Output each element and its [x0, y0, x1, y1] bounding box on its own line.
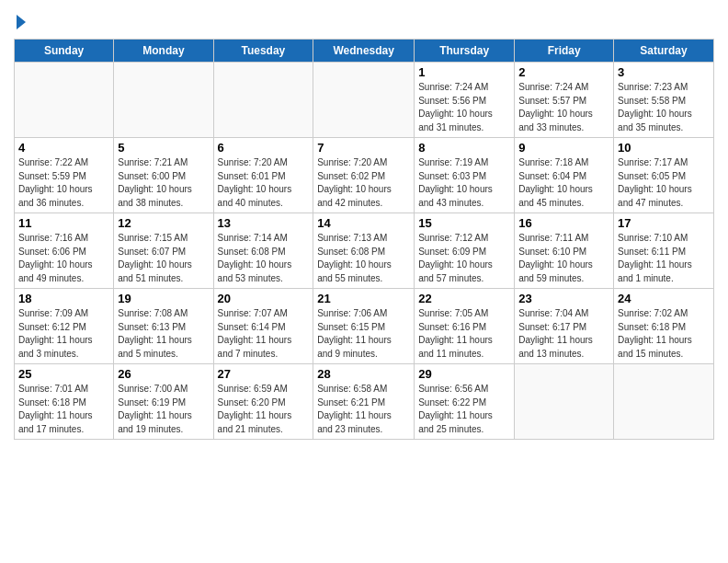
day-number: 26	[118, 367, 209, 381]
header-cell-wednesday: Wednesday	[313, 40, 415, 63]
day-info: Sunrise: 7:05 AM Sunset: 6:16 PM Dayligh…	[418, 307, 510, 361]
day-cell: 3Sunrise: 7:23 AM Sunset: 5:58 PM Daylig…	[614, 63, 714, 138]
day-number: 22	[418, 292, 510, 305]
week-row-5: 25Sunrise: 7:01 AM Sunset: 6:18 PM Dayli…	[15, 364, 714, 440]
day-info: Sunrise: 7:20 AM Sunset: 6:02 PM Dayligh…	[317, 156, 410, 210]
day-cell: 24Sunrise: 7:02 AM Sunset: 6:18 PM Dayli…	[614, 289, 714, 364]
day-cell: 10Sunrise: 7:17 AM Sunset: 6:05 PM Dayli…	[614, 138, 714, 213]
header-cell-friday: Friday	[515, 40, 614, 63]
day-cell: 14Sunrise: 7:13 AM Sunset: 6:08 PM Dayli…	[313, 213, 415, 289]
day-cell: 27Sunrise: 6:59 AM Sunset: 6:20 PM Dayli…	[213, 364, 313, 440]
day-number: 17	[618, 216, 710, 230]
week-row-2: 4Sunrise: 7:22 AM Sunset: 5:59 PM Daylig…	[15, 138, 714, 213]
calendar-body: 1Sunrise: 7:24 AM Sunset: 5:56 PM Daylig…	[15, 63, 714, 440]
day-cell: 6Sunrise: 7:20 AM Sunset: 6:01 PM Daylig…	[213, 138, 313, 213]
day-cell: 20Sunrise: 7:07 AM Sunset: 6:14 PM Dayli…	[213, 289, 313, 364]
day-number: 20	[218, 292, 310, 305]
day-number: 9	[518, 141, 609, 155]
day-number: 11	[18, 216, 109, 230]
day-info: Sunrise: 7:22 AM Sunset: 5:59 PM Dayligh…	[18, 156, 109, 210]
day-number: 4	[18, 141, 109, 155]
week-row-3: 11Sunrise: 7:16 AM Sunset: 6:06 PM Dayli…	[15, 213, 714, 289]
day-number: 27	[218, 367, 310, 381]
day-number: 7	[317, 141, 410, 155]
day-info: Sunrise: 7:24 AM Sunset: 5:57 PM Dayligh…	[518, 81, 609, 134]
day-number: 28	[317, 367, 410, 381]
day-info: Sunrise: 7:01 AM Sunset: 6:18 PM Dayligh…	[18, 383, 109, 436]
day-number: 13	[218, 216, 310, 230]
day-number: 1	[418, 65, 510, 79]
day-number: 5	[118, 141, 209, 155]
day-info: Sunrise: 7:14 AM Sunset: 6:08 PM Dayligh…	[218, 232, 310, 285]
day-cell: 5Sunrise: 7:21 AM Sunset: 6:00 PM Daylig…	[114, 138, 213, 213]
day-number: 16	[518, 216, 609, 230]
day-cell: 12Sunrise: 7:15 AM Sunset: 6:07 PM Dayli…	[114, 213, 213, 289]
day-cell	[614, 364, 714, 440]
day-info: Sunrise: 7:16 AM Sunset: 6:06 PM Dayligh…	[18, 232, 109, 285]
logo	[14, 9, 26, 31]
day-cell: 4Sunrise: 7:22 AM Sunset: 5:59 PM Daylig…	[15, 138, 114, 213]
day-number: 15	[418, 216, 510, 230]
day-cell: 18Sunrise: 7:09 AM Sunset: 6:12 PM Dayli…	[15, 289, 114, 364]
calendar-table: SundayMondayTuesdayWednesdayThursdayFrid…	[14, 39, 714, 440]
week-row-4: 18Sunrise: 7:09 AM Sunset: 6:12 PM Dayli…	[15, 289, 714, 364]
week-row-1: 1Sunrise: 7:24 AM Sunset: 5:56 PM Daylig…	[15, 63, 714, 138]
day-cell	[15, 63, 114, 138]
day-number: 18	[18, 292, 109, 305]
day-number: 3	[618, 65, 710, 79]
day-cell: 22Sunrise: 7:05 AM Sunset: 6:16 PM Dayli…	[415, 289, 515, 364]
day-cell: 28Sunrise: 6:58 AM Sunset: 6:21 PM Dayli…	[313, 364, 415, 440]
header-cell-monday: Monday	[114, 40, 213, 63]
calendar-header: SundayMondayTuesdayWednesdayThursdayFrid…	[15, 40, 714, 63]
day-info: Sunrise: 7:00 AM Sunset: 6:19 PM Dayligh…	[118, 383, 209, 436]
day-number: 19	[118, 292, 209, 305]
day-cell: 15Sunrise: 7:12 AM Sunset: 6:09 PM Dayli…	[415, 213, 515, 289]
day-info: Sunrise: 6:56 AM Sunset: 6:22 PM Dayligh…	[418, 383, 510, 436]
day-cell	[114, 63, 213, 138]
day-info: Sunrise: 7:08 AM Sunset: 6:13 PM Dayligh…	[118, 307, 209, 361]
day-cell: 26Sunrise: 7:00 AM Sunset: 6:19 PM Dayli…	[114, 364, 213, 440]
day-info: Sunrise: 7:20 AM Sunset: 6:01 PM Dayligh…	[218, 156, 310, 210]
header-cell-saturday: Saturday	[614, 40, 714, 63]
page-header	[14, 9, 714, 31]
day-cell	[515, 364, 614, 440]
header-cell-thursday: Thursday	[415, 40, 515, 63]
day-info: Sunrise: 7:13 AM Sunset: 6:08 PM Dayligh…	[317, 232, 410, 285]
day-info: Sunrise: 7:19 AM Sunset: 6:03 PM Dayligh…	[418, 156, 510, 210]
day-info: Sunrise: 7:09 AM Sunset: 6:12 PM Dayligh…	[18, 307, 109, 361]
day-cell: 29Sunrise: 6:56 AM Sunset: 6:22 PM Dayli…	[415, 364, 515, 440]
day-number: 10	[618, 141, 710, 155]
header-row: SundayMondayTuesdayWednesdayThursdayFrid…	[15, 40, 714, 63]
day-cell	[213, 63, 313, 138]
day-info: Sunrise: 7:24 AM Sunset: 5:56 PM Dayligh…	[418, 81, 510, 134]
day-info: Sunrise: 7:02 AM Sunset: 6:18 PM Dayligh…	[618, 307, 710, 361]
day-info: Sunrise: 7:06 AM Sunset: 6:15 PM Dayligh…	[317, 307, 410, 361]
day-info: Sunrise: 7:07 AM Sunset: 6:14 PM Dayligh…	[218, 307, 310, 361]
day-number: 6	[218, 141, 310, 155]
day-cell: 25Sunrise: 7:01 AM Sunset: 6:18 PM Dayli…	[15, 364, 114, 440]
day-number: 14	[317, 216, 410, 230]
day-cell: 21Sunrise: 7:06 AM Sunset: 6:15 PM Dayli…	[313, 289, 415, 364]
day-number: 21	[317, 292, 410, 305]
day-cell: 8Sunrise: 7:19 AM Sunset: 6:03 PM Daylig…	[415, 138, 515, 213]
day-info: Sunrise: 6:59 AM Sunset: 6:20 PM Dayligh…	[218, 383, 310, 436]
day-cell: 7Sunrise: 7:20 AM Sunset: 6:02 PM Daylig…	[313, 138, 415, 213]
day-info: Sunrise: 7:18 AM Sunset: 6:04 PM Dayligh…	[518, 156, 609, 210]
day-number: 8	[418, 141, 510, 155]
day-info: Sunrise: 7:11 AM Sunset: 6:10 PM Dayligh…	[518, 232, 609, 285]
day-number: 23	[518, 292, 609, 305]
logo-arrow-icon	[17, 15, 26, 29]
day-cell: 11Sunrise: 7:16 AM Sunset: 6:06 PM Dayli…	[15, 213, 114, 289]
day-number: 24	[618, 292, 710, 305]
day-info: Sunrise: 7:15 AM Sunset: 6:07 PM Dayligh…	[118, 232, 209, 285]
day-number: 25	[18, 367, 109, 381]
day-info: Sunrise: 7:23 AM Sunset: 5:58 PM Dayligh…	[618, 81, 710, 134]
day-info: Sunrise: 7:17 AM Sunset: 6:05 PM Dayligh…	[618, 156, 710, 210]
day-cell: 19Sunrise: 7:08 AM Sunset: 6:13 PM Dayli…	[114, 289, 213, 364]
day-info: Sunrise: 7:12 AM Sunset: 6:09 PM Dayligh…	[418, 232, 510, 285]
day-info: Sunrise: 7:10 AM Sunset: 6:11 PM Dayligh…	[618, 232, 710, 285]
day-info: Sunrise: 7:21 AM Sunset: 6:00 PM Dayligh…	[118, 156, 209, 210]
day-info: Sunrise: 6:58 AM Sunset: 6:21 PM Dayligh…	[317, 383, 410, 436]
day-cell: 2Sunrise: 7:24 AM Sunset: 5:57 PM Daylig…	[515, 63, 614, 138]
day-cell: 17Sunrise: 7:10 AM Sunset: 6:11 PM Dayli…	[614, 213, 714, 289]
